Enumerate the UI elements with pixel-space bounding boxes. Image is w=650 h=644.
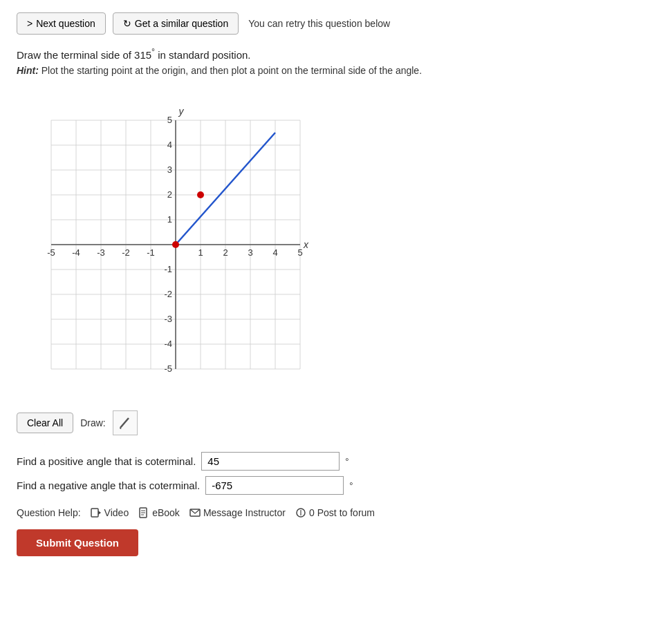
positive-coterminal-input[interactable]	[201, 452, 340, 471]
svg-rect-1	[91, 509, 98, 517]
svg-marker-2	[98, 511, 101, 515]
question-help-label: Question Help:	[17, 507, 81, 518]
submit-label: Submit Question	[36, 537, 119, 549]
retry-text: You can retry this question below	[248, 18, 390, 29]
negative-degree: °	[349, 480, 353, 491]
clear-all-button[interactable]: Clear All	[17, 413, 73, 433]
question-help-row: Question Help: Video eBook Message Instr…	[17, 507, 633, 518]
positive-coterminal-label: Find a positive angle that is coterminal…	[17, 455, 196, 467]
post-to-forum-item[interactable]: 0 Post to forum	[295, 507, 375, 518]
video-label: Video	[104, 507, 129, 518]
clear-all-label: Clear All	[27, 417, 63, 428]
submit-button[interactable]: Submit Question	[17, 529, 138, 556]
next-question-button[interactable]: > Next question	[17, 12, 106, 35]
ebook-label: eBook	[152, 507, 180, 518]
positive-degree: °	[345, 456, 349, 466]
coterminal-section: Find a positive angle that is coterminal…	[17, 452, 633, 495]
refresh-icon: ↻	[123, 18, 131, 29]
post-count: 0	[309, 507, 315, 518]
get-similar-button[interactable]: ↻ Get a similar question	[113, 12, 239, 35]
next-question-label: Next question	[36, 18, 95, 29]
draw-label: Draw:	[80, 417, 106, 428]
chevron-right-icon: >	[27, 18, 32, 29]
message-label: Message Instructor	[203, 507, 286, 518]
message-instructor-item[interactable]: Message Instructor	[189, 507, 286, 518]
mail-icon	[189, 507, 201, 518]
similar-label: Get a similar question	[135, 18, 228, 29]
question-main-text: Draw the terminal side of 315° in standa…	[17, 47, 633, 61]
negative-coterminal-label: Find a negative angle that is coterminal…	[17, 480, 200, 491]
video-help-item[interactable]: Video	[91, 507, 129, 518]
draw-tool-icon[interactable]	[113, 410, 138, 435]
ebook-icon	[138, 507, 149, 518]
graph-area[interactable]	[17, 86, 335, 404]
negative-coterminal-input[interactable]	[205, 476, 344, 495]
video-icon	[91, 507, 102, 518]
svg-line-0	[120, 418, 129, 428]
post-label: Post to forum	[317, 507, 375, 518]
ebook-help-item[interactable]: eBook	[138, 507, 180, 518]
hint-text: Hint: Plot the starting point at the ori…	[17, 65, 633, 76]
forum-icon	[295, 507, 306, 518]
pencil-icon	[118, 415, 133, 430]
